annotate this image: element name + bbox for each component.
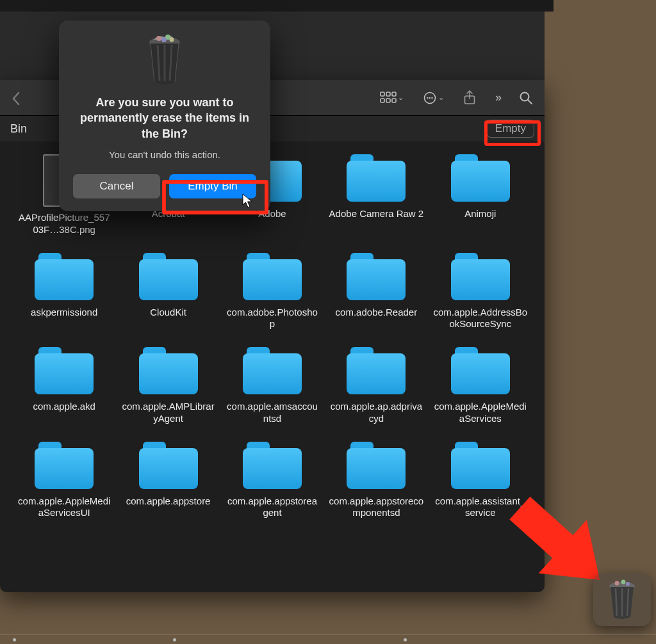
folder-item[interactable]: com.apple.AMPLibraryAgent [120, 347, 215, 425]
cancel-button[interactable]: Cancel [73, 174, 160, 198]
folder-item[interactable]: com.apple.akd [17, 347, 111, 425]
item-label: com.apple.akd [33, 401, 95, 413]
item-label: Animoji [464, 208, 496, 220]
item-label: com.apple.assistant_service [433, 495, 528, 520]
share-button[interactable] [463, 90, 476, 106]
dialog-title: Are you sure you want to permanently era… [73, 95, 256, 141]
view-mode-button[interactable]: ⌄ [380, 92, 404, 104]
folder-icon [243, 442, 302, 489]
folder-item[interactable]: askpermissiond [17, 253, 111, 331]
item-label: com.apple.ap.adprivacyd [329, 401, 423, 425]
menu-bar-region [0, 0, 554, 12]
item-label: com.adobe.Photoshop [225, 307, 320, 331]
svg-point-9 [431, 97, 432, 98]
svg-point-17 [170, 38, 174, 42]
folder-icon [347, 253, 406, 300]
item-label: com.apple.appstorecomponentsd [329, 495, 423, 520]
svg-rect-4 [386, 99, 390, 102]
folder-item[interactable]: CloudKit [120, 253, 215, 331]
back-button[interactable] [12, 92, 20, 109]
item-label: com.adobe.Reader [336, 307, 418, 319]
folder-icon [347, 442, 406, 489]
folder-item[interactable]: com.adobe.Reader [329, 253, 423, 331]
svg-point-23 [626, 582, 630, 586]
folder-icon [451, 347, 510, 394]
folder-item[interactable]: com.apple.AppleMediaServicesUI [17, 442, 111, 520]
svg-point-7 [427, 97, 428, 98]
folder-item[interactable]: com.apple.appstore [120, 442, 215, 520]
group-by-button[interactable]: ⌄ [423, 91, 444, 105]
folder-icon [347, 347, 406, 394]
dock-shelf-line [0, 634, 656, 635]
folder-item[interactable]: com.apple.appstoreagent [225, 442, 320, 520]
folder-icon [451, 154, 510, 202]
svg-rect-2 [392, 92, 396, 96]
folder-item[interactable]: com.apple.AddressBookSourceSync [433, 253, 528, 331]
search-button[interactable] [519, 91, 533, 105]
folder-icon [35, 253, 94, 300]
item-label: CloudKit [150, 307, 186, 319]
item-label: com.apple.appstoreagent [225, 495, 320, 520]
dialog-message: You can't undo this action. [73, 149, 256, 160]
folder-icon [243, 253, 302, 300]
item-label: com.apple.AddressBookSourceSync [433, 307, 528, 331]
folder-item[interactable]: com.apple.ap.adprivacyd [329, 347, 423, 425]
folder-item[interactable]: com.apple.AppleMediaServices [433, 347, 528, 425]
folder-item[interactable]: Animoji [433, 154, 528, 236]
svg-point-16 [161, 37, 167, 42]
folder-item[interactable]: Adobe Camera Raw 2 [329, 154, 423, 236]
svg-point-14 [156, 36, 161, 41]
dock-indicator-dot [404, 638, 407, 641]
dock-indicator-dot [13, 638, 16, 641]
annotation-highlight-empty [484, 120, 541, 146]
folder-icon [139, 347, 198, 394]
folder-icon [451, 253, 510, 300]
more-toolbar-button[interactable]: » [495, 91, 500, 104]
svg-point-22 [621, 580, 626, 584]
item-label: com.apple.amsaccountsd [225, 401, 320, 425]
svg-line-12 [528, 100, 532, 104]
item-label: askpermissiond [31, 307, 97, 319]
folder-item[interactable]: com.apple.appstorecomponentsd [329, 442, 423, 520]
folder-icon [451, 442, 510, 489]
svg-point-21 [615, 581, 619, 586]
folder-item[interactable]: com.adobe.Photoshop [225, 253, 320, 331]
folder-icon [243, 347, 302, 394]
folder-icon [35, 347, 94, 394]
chevron-down-icon: ⌄ [438, 93, 444, 102]
trash-full-icon [142, 35, 187, 86]
svg-rect-0 [381, 92, 384, 96]
svg-rect-3 [381, 99, 384, 102]
item-label: AAProfilePicture_55703F…38C.png [17, 212, 111, 236]
folder-item[interactable]: com.apple.amsaccountsd [225, 347, 320, 425]
svg-point-8 [429, 97, 430, 98]
item-label: com.apple.appstore [126, 495, 211, 508]
folder-icon [347, 154, 406, 202]
chevron-down-icon: ⌄ [398, 93, 404, 102]
folder-item[interactable]: com.apple.assistant_service [433, 442, 528, 520]
item-label: Adobe Camera Raw 2 [329, 208, 424, 220]
dock-indicator-dot [173, 638, 176, 641]
item-label: com.apple.AppleMediaServices [433, 401, 528, 425]
item-label: com.apple.AMPLibraryAgent [120, 401, 215, 425]
dock-trash[interactable] [593, 574, 651, 626]
annotation-highlight-emptybin [162, 180, 268, 214]
folder-icon [139, 253, 198, 300]
svg-rect-1 [386, 92, 390, 96]
folder-icon [35, 442, 94, 489]
folder-icon [139, 442, 198, 489]
svg-rect-5 [392, 99, 396, 102]
trash-full-icon [604, 579, 640, 621]
item-label: com.apple.AppleMediaServicesUI [17, 495, 111, 520]
location-label: Bin [10, 122, 27, 136]
